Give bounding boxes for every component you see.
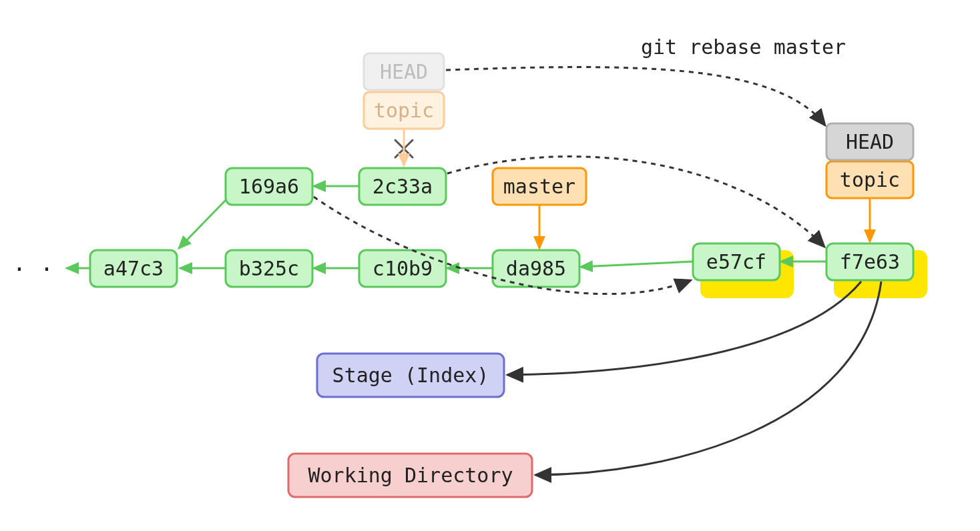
svg-text:master: master: [503, 175, 575, 198]
arrow-f7e63-to-stage: [507, 282, 861, 375]
svg-text:topic: topic: [374, 99, 434, 122]
git-rebase-diagram: git rebase master · · · a47c3 b325c c10b…: [0, 0, 980, 531]
command-label: git rebase master: [641, 35, 846, 59]
svg-text:Stage (Index): Stage (Index): [332, 364, 489, 387]
svg-text:topic: topic: [840, 168, 900, 191]
svg-text:HEAD: HEAD: [380, 60, 428, 83]
svg-text:169a6: 169a6: [239, 175, 299, 198]
arrow-e57cf-to-da985: [581, 261, 693, 267]
svg-text:c10b9: c10b9: [373, 257, 433, 280]
svg-text:f7e63: f7e63: [840, 250, 900, 274]
svg-text:HEAD: HEAD: [846, 130, 894, 153]
svg-text:Working Directory: Working Directory: [308, 464, 513, 487]
svg-text:2c33a: 2c33a: [373, 175, 433, 198]
svg-text:e57cf: e57cf: [706, 250, 766, 274]
svg-text:a47c3: a47c3: [103, 257, 164, 280]
svg-text:da985: da985: [506, 257, 566, 280]
dash-head-move: [446, 67, 821, 120]
arrow-169a6-to-b325c: [179, 200, 226, 248]
svg-text:b325c: b325c: [239, 257, 299, 280]
